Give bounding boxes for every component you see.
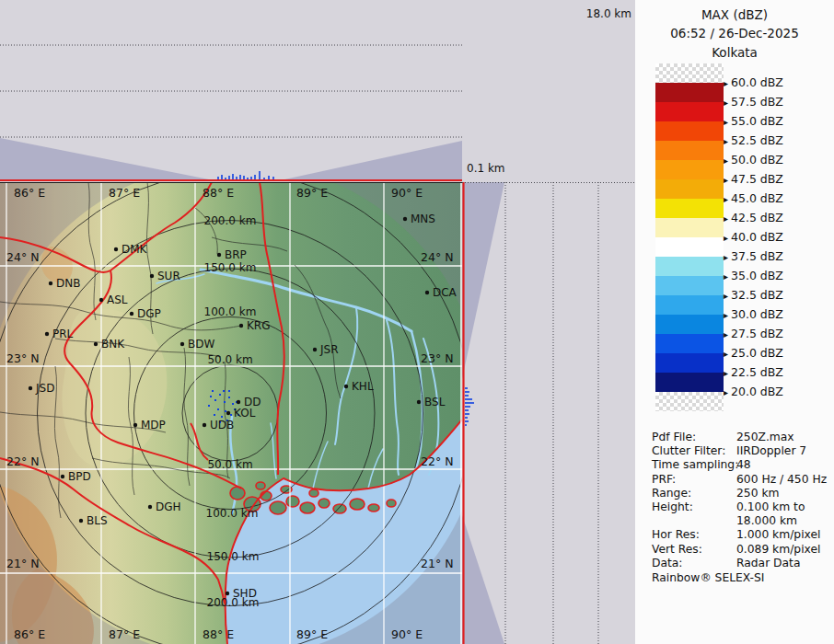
city-dot-krg <box>239 324 243 328</box>
cross-section-top-panel <box>0 0 462 182</box>
lon-label-bottom: 86° E <box>14 627 45 641</box>
city-label-udb: UDB <box>210 419 234 431</box>
city-dot-dca <box>425 291 429 294</box>
tick-arrow-icon: ▸ <box>724 349 728 359</box>
tick-arrow-icon: ▸ <box>724 368 728 378</box>
range-ring-label: 150.0 km <box>207 550 260 563</box>
dbz-scale-label: 50.0 dBZ <box>731 153 783 167</box>
lon-label-top: 88° E <box>203 186 234 200</box>
metadata-label: Pdf File: <box>652 431 736 444</box>
dbz-band-12 <box>655 295 724 315</box>
lon-label-bottom: 89° E <box>296 627 328 641</box>
city-label-asl: ASL <box>107 293 128 306</box>
metadata-value: 0.100 km to <box>736 500 805 513</box>
height-axis-max-label: 18.0 km <box>586 7 631 20</box>
dbz-band-5 <box>655 160 724 179</box>
city-dot-brp <box>217 253 221 257</box>
metadata-row: Hor Res:1.000 km/pixel <box>652 528 827 542</box>
city-dot-bls <box>79 519 83 523</box>
dbz-scale-label: 40.0 dBZ <box>731 230 783 244</box>
lat-label-left: 23° N <box>6 351 39 365</box>
tick-arrow-icon: ▸ <box>724 252 728 262</box>
dbz-band-7 <box>655 199 724 218</box>
echo-pixel <box>212 390 214 392</box>
city-dot-jsd <box>29 386 32 390</box>
echo-pixel <box>214 399 216 401</box>
city-label-dca: DCA <box>433 286 458 299</box>
city-label-dmk: DMK <box>122 243 148 256</box>
dbz-band-14 <box>655 334 724 353</box>
metadata-value: 0.089 km/pixel <box>736 543 820 556</box>
metadata-label: Range: <box>652 487 736 500</box>
city-label-krg: KRG <box>247 319 271 332</box>
lon-label-top: 86° E <box>14 186 45 200</box>
echo-pixel <box>228 397 230 398</box>
lon-label-top: 87° E <box>109 186 140 200</box>
metadata-value: 600 Hz / 450 Hz <box>736 473 827 486</box>
city-label-bpd: BPD <box>68 470 91 483</box>
dbz-band-16 <box>655 373 724 392</box>
dbz-band-15 <box>655 353 724 373</box>
metadata-row: Data:Radar Data <box>652 557 827 570</box>
product-title: MAX (dBZ) <box>635 6 834 24</box>
city-dot-dgp <box>130 312 133 316</box>
cross-section-right-panel <box>462 182 635 644</box>
dbz-scale-label: 45.0 dBZ <box>731 191 783 205</box>
city-dot-sur <box>150 274 154 278</box>
metadata-value: 1.000 km/pixel <box>736 528 820 541</box>
legend-panel: MAX (dBZ) 06:52 / 26-Dec-2025 Kolkata ▸6… <box>635 0 834 644</box>
dbz-scale-label: 22.5 dBZ <box>731 365 783 379</box>
radar-map[interactable]: 86° E86° E87° E87° E88° E88° E89° E89° E… <box>0 182 462 644</box>
tick-arrow-icon: ▸ <box>724 271 728 282</box>
dbz-band-0 <box>655 63 724 83</box>
dbz-scale-label: 55.0 dBZ <box>731 114 783 128</box>
city-dot-mns <box>403 217 407 221</box>
lon-label-top: 90° E <box>391 186 423 200</box>
tick-arrow-icon: ▸ <box>724 213 728 224</box>
tick-arrow-icon: ▸ <box>724 136 728 146</box>
tick-arrow-icon: ▸ <box>724 78 728 88</box>
city-dot-shd <box>226 592 229 595</box>
metadata-row: 18.000 km <box>652 514 827 528</box>
city-label-jsd: JSD <box>35 382 54 395</box>
city-label-khl: KHL <box>352 380 374 393</box>
city-dot-khl <box>344 385 348 388</box>
city-label-sur: SUR <box>157 270 180 282</box>
city-label-dnb: DNB <box>56 277 80 290</box>
lon-label-bottom: 87° E <box>109 627 140 641</box>
range-ring-label: 200.0 km <box>204 214 257 227</box>
dbz-scale-label: 42.5 dBZ <box>731 211 783 224</box>
dbz-band-4 <box>655 141 724 160</box>
dbz-scale-label: 52.5 dBZ <box>731 133 783 147</box>
metadata-label: Hor Res: <box>652 528 736 542</box>
city-dot-bpd <box>61 475 64 478</box>
echo-pixel <box>225 410 226 412</box>
echo-pixel <box>232 403 234 405</box>
city-label-kol: KOL <box>234 407 256 420</box>
station-name: Kolkata <box>635 43 834 62</box>
dbz-scale-label: 30.0 dBZ <box>731 307 783 321</box>
tick-arrow-icon: ▸ <box>724 117 728 127</box>
range-ring-label: 50.0 km <box>207 353 252 366</box>
dbz-scale-label: 27.5 dBZ <box>731 327 783 340</box>
city-label-brp: BRP <box>225 248 247 261</box>
metadata-label: Clutter Filter: <box>652 444 736 458</box>
tick-arrow-icon: ▸ <box>724 194 728 204</box>
dbz-band-17 <box>655 392 724 411</box>
lat-label-left: 24° N <box>6 250 39 264</box>
range-ring-label: 100.0 km <box>206 507 259 520</box>
radar-app-window: 86° E86° E87° E87° E88° E88° E89° E89° E… <box>0 0 834 644</box>
metadata-value: IIRDoppler 7 <box>736 444 806 457</box>
height-axis-min-label: 0.1 km <box>467 162 505 175</box>
metadata-value: Radar Data <box>736 557 800 569</box>
city-label-mns: MNS <box>411 213 435 225</box>
dbz-scale-label: 32.5 dBZ <box>731 288 783 302</box>
dbz-band-8 <box>655 218 724 237</box>
dbz-band-2 <box>655 102 724 121</box>
dbz-band-3 <box>655 121 724 141</box>
height-axis-area: 18.0 km 0.1 km <box>462 0 635 182</box>
city-dot-mdp <box>133 423 137 427</box>
city-dot-asl <box>99 298 103 302</box>
dbz-band-10 <box>655 257 724 276</box>
range-ring-label: 150.0 km <box>204 261 257 274</box>
